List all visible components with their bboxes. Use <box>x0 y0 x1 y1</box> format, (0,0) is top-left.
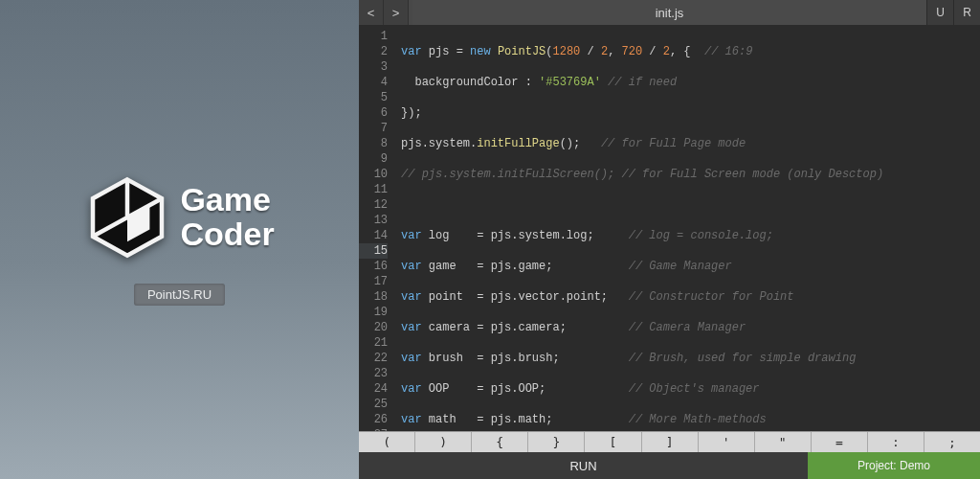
symbol-{-button[interactable]: { <box>472 432 528 452</box>
line-gutter: 1234567891011121314151617181920212223242… <box>359 25 393 431</box>
symbol-(-button[interactable]: ( <box>359 432 415 452</box>
tab-next-button[interactable]: > <box>384 0 409 25</box>
redo-button[interactable]: R <box>953 0 980 25</box>
symbol-:-button[interactable]: : <box>868 432 924 452</box>
run-button[interactable]: RUN <box>359 452 808 479</box>
symbol-toolbar: (){}[]'"=:; <box>359 431 980 452</box>
symbol-)-button[interactable]: ) <box>415 432 472 452</box>
code-editor[interactable]: 1234567891011121314151617181920212223242… <box>359 25 980 431</box>
project-button[interactable]: Project: Demo <box>808 452 980 479</box>
logo: Game Coder <box>84 174 274 261</box>
brand-line2: Coder <box>180 217 274 252</box>
brand-line1: Game <box>180 183 274 217</box>
tab-prev-button[interactable]: < <box>359 0 384 25</box>
symbol-[-button[interactable]: [ <box>585 432 641 452</box>
symbol-=-button[interactable]: = <box>812 432 868 452</box>
footer-bar: RUN Project: Demo <box>359 452 980 479</box>
tab-bar: < > init.js U R <box>359 0 980 25</box>
splash-panel: Game Coder PointJS.RU <box>0 0 359 479</box>
undo-button[interactable]: U <box>926 0 953 25</box>
symbol-"-button[interactable]: " <box>755 432 812 452</box>
file-tab[interactable]: init.js <box>412 0 926 25</box>
symbol-}-button[interactable]: } <box>528 432 585 452</box>
editor-panel: < > init.js U R 123456789101112131415161… <box>359 0 980 479</box>
site-badge[interactable]: PointJS.RU <box>134 284 225 306</box>
symbol-;-button[interactable]: ; <box>924 432 980 452</box>
logo-text: Game Coder <box>180 183 274 251</box>
code-area[interactable]: var pjs = new PointJS(1280 / 2, 720 / 2,… <box>393 25 980 431</box>
symbol-]-button[interactable]: ] <box>642 432 699 452</box>
pointjs-logo-icon <box>84 174 170 261</box>
symbol-'-button[interactable]: ' <box>699 432 755 452</box>
